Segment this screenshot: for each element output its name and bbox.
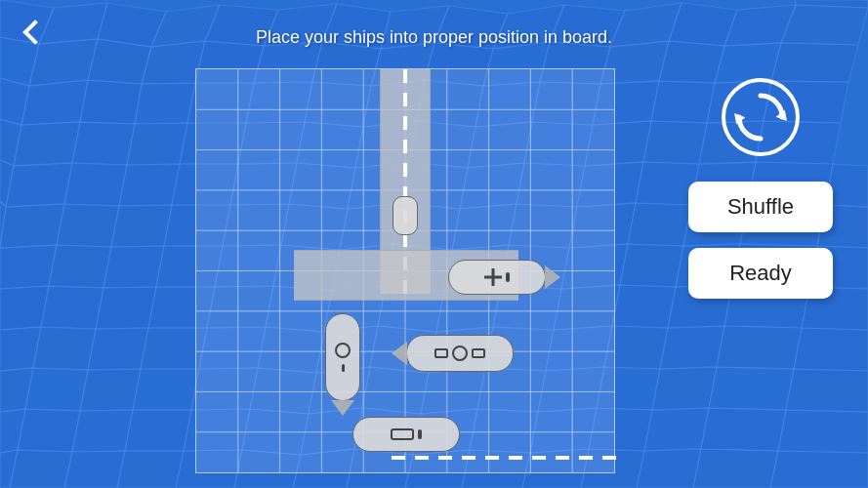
ship-arrow-right (545, 265, 560, 289)
section-mid (452, 346, 468, 361)
ship-3section[interactable] (406, 335, 514, 372)
shuffle-button[interactable]: Shuffle (688, 182, 833, 232)
ready-button[interactable]: Ready (688, 248, 833, 299)
ship-circle-icon (335, 343, 351, 372)
board-grid[interactable] (195, 68, 615, 473)
ship-arrow-left (392, 342, 407, 365)
capsule-pin (418, 429, 422, 439)
ship-capsule-icon (391, 428, 422, 440)
section-left (434, 348, 448, 358)
ship-arrow-down (331, 400, 354, 416)
game-board[interactable] (195, 68, 615, 473)
ship-1cell[interactable] (393, 196, 418, 235)
ship-capsule[interactable] (352, 417, 460, 452)
main-content: Place your ships into proper position in… (0, 0, 868, 488)
ship-3section-icon (434, 346, 485, 361)
ship-cross-icon (484, 268, 510, 286)
circle-icon (335, 343, 351, 358)
section-right (472, 348, 485, 358)
ship-circle[interactable] (325, 313, 360, 401)
road-dash-horizontal (392, 456, 616, 460)
right-panel: Shuffle Ready (682, 78, 839, 299)
capsule-body (391, 428, 414, 440)
pin-bottom (342, 364, 345, 372)
rotate-button[interactable] (722, 78, 800, 156)
ship-cross[interactable] (448, 260, 546, 295)
cross-icon (484, 268, 502, 286)
pin-icon (506, 272, 510, 282)
rotate-icon (731, 88, 790, 146)
instruction-text: Place your ships into proper position in… (0, 27, 868, 48)
